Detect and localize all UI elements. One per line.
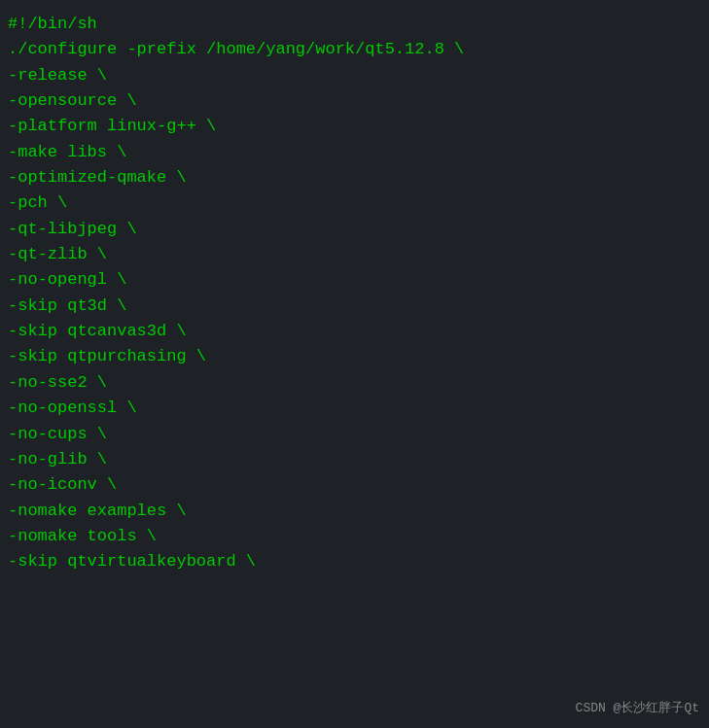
code-content: #!/bin/sh ./configure -prefix /home/yang… [8,12,701,575]
terminal-window: #!/bin/sh ./configure -prefix /home/yang… [0,0,709,728]
watermark: CSDN @长沙红胖子Qt [576,699,699,716]
